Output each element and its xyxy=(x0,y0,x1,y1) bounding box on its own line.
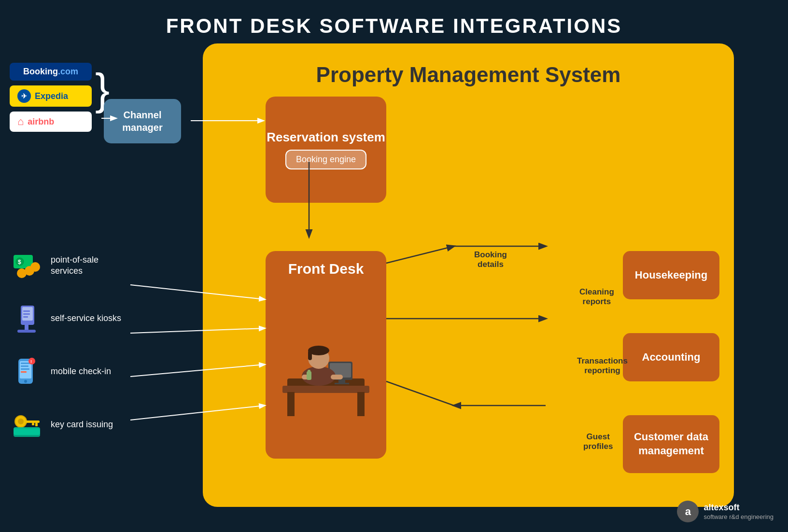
airbnb-icon: ⌂ xyxy=(17,115,24,128)
guest-profiles-label: Guestprofiles xyxy=(583,432,613,451)
svg-rect-7 xyxy=(335,383,349,384)
svg-rect-14 xyxy=(307,371,311,380)
svg-rect-13 xyxy=(331,375,343,379)
mobile-label: mobile check-in xyxy=(51,366,111,377)
svg-rect-44 xyxy=(14,427,40,435)
svg-point-31 xyxy=(24,380,27,383)
customer-data-box: Customer data management xyxy=(623,415,719,473)
svg-rect-33 xyxy=(21,365,28,367)
kiosk-label: self-service kiosks xyxy=(51,313,121,324)
altexsoft-logo: a altexsoft software r&d engineering xyxy=(677,501,774,522)
svg-rect-25 xyxy=(17,330,36,333)
svg-rect-15 xyxy=(308,370,310,372)
service-items-group: $ point-of-saleservices self-service kio… xyxy=(10,251,121,463)
altexsoft-icon: a xyxy=(677,501,699,522)
keycard-service-item: key card issuing xyxy=(10,410,121,439)
keycard-label: key card issuing xyxy=(51,419,113,430)
housekeeping-box: Housekeeping xyxy=(623,251,719,299)
housekeeping-label: Housekeeping xyxy=(635,268,707,282)
svg-text:!: ! xyxy=(30,359,32,364)
svg-point-36 xyxy=(28,358,35,364)
desk-person-illustration xyxy=(278,287,374,424)
booking-engine-box: Booking engine xyxy=(285,150,366,169)
svg-rect-2 xyxy=(287,392,295,416)
svg-rect-41 xyxy=(35,423,38,426)
transactions-label: Transactionsreporting xyxy=(577,356,628,376)
expedia-logo: ✈ Expedia xyxy=(10,85,92,107)
pms-title: Property Management System xyxy=(212,53,724,101)
accounting-label: Accounting xyxy=(642,350,701,364)
kiosk-service-item: self-service kiosks xyxy=(10,304,121,333)
svg-rect-26 xyxy=(23,310,30,312)
airbnb-logo: ⌂ airbnb xyxy=(10,112,92,132)
svg-rect-42 xyxy=(32,423,34,425)
svg-rect-6 xyxy=(338,380,345,383)
channel-manager-box: Channel manager xyxy=(104,99,181,143)
svg-point-20 xyxy=(17,268,27,278)
pos-icon: $ xyxy=(10,251,43,280)
svg-rect-28 xyxy=(23,316,28,318)
keycard-icon xyxy=(10,410,43,439)
svg-point-39 xyxy=(18,419,24,424)
svg-rect-35 xyxy=(21,371,27,373)
reservation-system-box: Reservation system Booking engine xyxy=(266,97,386,203)
frontdesk-title: Front Desk xyxy=(288,261,364,277)
booking-com-logo: Booking.com xyxy=(10,63,92,81)
cleaning-reports-label: Cleaningreports xyxy=(579,287,614,307)
customer-data-label: Customer data management xyxy=(623,430,719,458)
svg-rect-24 xyxy=(25,323,28,331)
pos-service-item: $ point-of-saleservices xyxy=(10,251,121,280)
svg-rect-27 xyxy=(23,313,30,315)
svg-rect-1 xyxy=(282,386,369,393)
pos-label: point-of-saleservices xyxy=(51,254,98,277)
booking-details-label: Bookingdetails xyxy=(474,250,507,269)
mobile-icon: ! xyxy=(10,357,43,386)
svg-rect-11 xyxy=(308,350,312,360)
expedia-icon: ✈ xyxy=(17,89,31,103)
accounting-box: Accounting xyxy=(623,333,719,381)
reservation-title: Reservation system xyxy=(267,130,385,145)
pms-container: Property Management System Reservation s… xyxy=(203,43,734,507)
svg-rect-34 xyxy=(21,368,29,370)
page-title: FRONT DESK SOFTWARE INTEGRATIONS xyxy=(0,0,788,47)
ota-group: Booking.com ✈ Expedia ⌂ airbnb xyxy=(10,63,92,132)
kiosk-icon xyxy=(10,304,43,333)
svg-rect-3 xyxy=(357,392,365,416)
channel-manager-label: Channel manager xyxy=(116,109,169,134)
svg-point-21 xyxy=(30,262,40,272)
mobile-service-item: ! mobile check-in xyxy=(10,357,121,386)
svg-text:$: $ xyxy=(18,259,21,266)
frontdesk-box: Front Desk xyxy=(266,251,386,459)
svg-rect-40 xyxy=(25,420,40,423)
altexsoft-text: altexsoft software r&d engineering xyxy=(704,503,774,520)
